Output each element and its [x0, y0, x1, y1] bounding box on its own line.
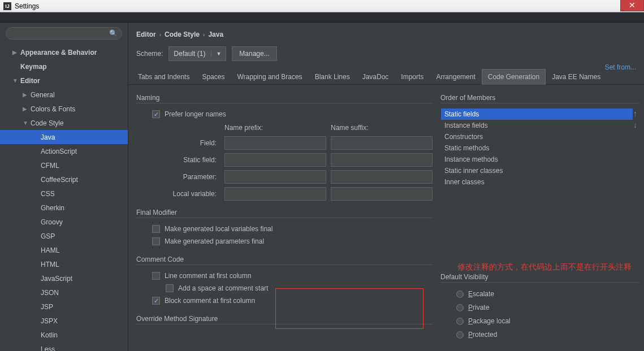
static-field-suffix-input[interactable]: [331, 153, 433, 167]
search-icon: 🔍: [109, 29, 118, 37]
sidebar-item-less[interactable]: Less: [0, 342, 128, 351]
sidebar-item-jsp[interactable]: JSP: [0, 300, 128, 314]
window-titlebar: IJ Settings: [0, 0, 644, 12]
sidebar-item-general[interactable]: ▶General: [0, 88, 128, 102]
order-members-list[interactable]: Static fieldsInstance fieldsConstructors…: [440, 108, 633, 188]
order-item[interactable]: Constructors: [441, 131, 633, 142]
visibility-option[interactable]: Package local: [440, 314, 639, 328]
sidebar-item-label: Less: [41, 345, 55, 352]
visibility-option[interactable]: Protected: [440, 328, 639, 341]
parameter-prefix-input[interactable]: [224, 170, 326, 184]
tab-code-generation[interactable]: Code Generation: [482, 69, 546, 85]
order-item[interactable]: Static fields: [441, 109, 633, 120]
visibility-label: Escalate: [468, 290, 494, 298]
crumb-java: Java: [208, 31, 223, 38]
order-item[interactable]: Static methods: [441, 142, 633, 154]
window-close-button[interactable]: [620, 0, 644, 11]
order-item[interactable]: Instance methods: [441, 154, 633, 165]
sidebar-item-label: HAML: [41, 246, 59, 254]
order-item[interactable]: Static inner classes: [441, 165, 633, 176]
group-default-visibility: Default Visibility: [440, 273, 639, 283]
top-strip: [0, 12, 644, 23]
parameter-label: Parameter:: [152, 173, 220, 181]
local-variable-suffix-input[interactable]: [331, 187, 433, 201]
field-suffix-input[interactable]: [331, 136, 433, 150]
move-up-icon[interactable]: ↑: [633, 109, 637, 118]
sidebar-item-css[interactable]: CSS: [0, 187, 128, 201]
sidebar-item-groovy[interactable]: Groovy: [0, 215, 128, 229]
manage-button[interactable]: Manage...: [232, 46, 276, 61]
group-final-modifier: Final Modifier: [136, 209, 433, 218]
sidebar-item-kotlin[interactable]: Kotlin: [0, 328, 128, 342]
tab-imports[interactable]: Imports: [395, 69, 430, 84]
sidebar-item-haml[interactable]: HAML: [0, 243, 128, 257]
sidebar-item-label: CoffeeScript: [41, 176, 78, 184]
add-space-comment-checkbox[interactable]: [166, 284, 174, 292]
sidebar-item-cfml[interactable]: CFML: [0, 158, 128, 172]
field-prefix-input[interactable]: [224, 136, 326, 150]
search-input[interactable]: [6, 27, 122, 40]
sidebar-item-javascript[interactable]: JavaScript: [0, 271, 128, 285]
chevron-down-icon: ▼: [23, 120, 31, 126]
settings-sidebar: 🔍 ▶Appearance & BehaviorKeymap▼Editor▶Ge…: [0, 23, 128, 351]
chevron-down-icon: ▼: [12, 77, 20, 84]
order-item[interactable]: Instance fields: [441, 120, 633, 131]
sidebar-item-appearance-behavior[interactable]: ▶Appearance & Behavior: [0, 45, 128, 59]
radio-icon: [456, 318, 464, 325]
local-vars-final-checkbox[interactable]: [152, 225, 160, 233]
prefer-longer-names-checkbox[interactable]: [152, 110, 160, 118]
chevron-right-icon: ›: [203, 32, 205, 38]
sidebar-item-jspx[interactable]: JSPX: [0, 314, 128, 328]
sidebar-item-editor[interactable]: ▼Editor: [0, 73, 128, 88]
group-comment-code: Comment Code: [136, 255, 433, 265]
set-from-link[interactable]: Set from...: [605, 63, 636, 71]
name-prefix-header: Name prefix:: [224, 124, 326, 133]
sidebar-item-code-style[interactable]: ▼Code Style: [0, 116, 128, 130]
sidebar-item-keymap[interactable]: Keymap: [0, 59, 128, 73]
static-field-prefix-input[interactable]: [224, 153, 326, 167]
tab-spaces[interactable]: Spaces: [196, 69, 231, 84]
chevron-right-icon: ›: [159, 32, 161, 38]
tab-wrapping-and-braces[interactable]: Wrapping and Braces: [231, 69, 308, 84]
tab-arrangement[interactable]: Arrangement: [430, 69, 481, 84]
tab-tabs-and-indents[interactable]: Tabs and Indents: [132, 69, 196, 84]
scheme-select[interactable]: Default (1) ▼: [168, 46, 226, 61]
scheme-row: Scheme: Default (1) ▼ Manage...: [128, 43, 644, 69]
chevron-right-icon: ▶: [23, 106, 31, 112]
params-final-checkbox[interactable]: [152, 237, 160, 245]
name-suffix-header: Name suffix:: [331, 124, 433, 133]
crumb-codestyle[interactable]: Code Style: [165, 31, 200, 38]
local-vars-final-label: Make generated local variables final: [165, 225, 273, 233]
order-item[interactable]: Inner classes: [441, 176, 633, 188]
sidebar-item-actionscript[interactable]: ActionScript: [0, 144, 128, 158]
sidebar-item-label: JSP: [41, 303, 53, 311]
move-down-icon[interactable]: ↓: [633, 120, 637, 129]
sidebar-item-label: Gherkin: [41, 204, 64, 212]
visibility-label: Package local: [468, 317, 511, 325]
visibility-option[interactable]: Escalate: [440, 287, 639, 301]
sidebar-item-label: Appearance & Behavior: [20, 49, 97, 57]
sidebar-item-java[interactable]: Java: [0, 130, 128, 144]
line-comment-first-col-checkbox[interactable]: [152, 272, 160, 280]
sidebar-item-label: GSP: [41, 232, 55, 240]
sidebar-item-gsp[interactable]: GSP: [0, 229, 128, 243]
sidebar-item-json[interactable]: JSON: [0, 285, 128, 300]
block-comment-first-col-checkbox[interactable]: [152, 297, 160, 305]
sidebar-item-label: CSS: [41, 190, 55, 198]
sidebar-item-html[interactable]: HTML: [0, 257, 128, 271]
visibility-label: Private: [468, 304, 489, 311]
tab-java-ee-names[interactable]: Java EE Names: [546, 69, 607, 84]
parameter-suffix-input[interactable]: [331, 170, 433, 184]
tab-javadoc[interactable]: JavaDoc: [356, 69, 395, 84]
crumb-editor[interactable]: Editor: [136, 31, 156, 38]
local-variable-prefix-input[interactable]: [224, 187, 326, 201]
block-comment-first-col-label: Block comment at first column: [165, 297, 255, 305]
sidebar-item-coffeescript[interactable]: CoffeeScript: [0, 172, 128, 187]
scheme-value: Default (1): [174, 50, 205, 58]
sidebar-item-label: Kotlin: [41, 331, 58, 339]
sidebar-item-gherkin[interactable]: Gherkin: [0, 201, 128, 215]
scheme-label: Scheme:: [136, 50, 163, 58]
visibility-option[interactable]: Private: [440, 301, 639, 314]
sidebar-item-colors-fonts[interactable]: ▶Colors & Fonts: [0, 102, 128, 116]
tab-blank-lines[interactable]: Blank Lines: [309, 69, 356, 84]
